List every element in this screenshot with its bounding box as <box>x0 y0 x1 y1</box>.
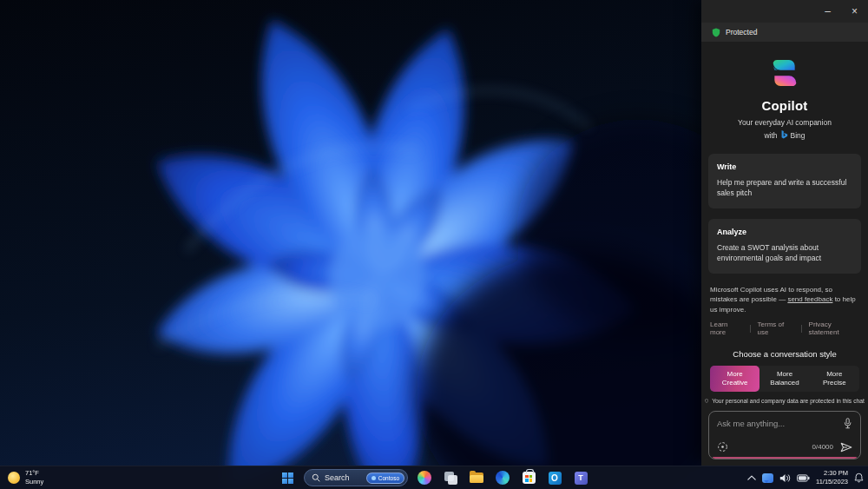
edge-icon <box>496 471 510 485</box>
system-tray: 2:30 PM 11/15/2023 <box>747 469 864 486</box>
search-icon <box>312 473 320 482</box>
taskbar: 71°F Sunny Search Contoso <box>0 466 868 489</box>
copilot-logo <box>767 56 802 90</box>
with-label: with <box>764 131 777 140</box>
taskbar-icon-teams[interactable]: T <box>571 468 590 487</box>
shield-icon <box>712 28 720 37</box>
privacy-statement-link[interactable]: Privacy statement <box>809 320 859 336</box>
with-bing-row: with Bing <box>701 130 868 140</box>
suggestion-cards: Write Help me prepare and write a succes… <box>701 154 868 274</box>
windows-logo-icon <box>282 472 293 484</box>
card-body: Help me prepare and write a successful s… <box>717 178 852 199</box>
taskbar-icon-store[interactable] <box>519 468 538 487</box>
conversation-style-heading: Choose a conversation style <box>701 349 868 359</box>
speaker-icon[interactable] <box>779 473 791 483</box>
weather-widget[interactable]: 71°F Sunny <box>8 469 43 486</box>
minimize-icon[interactable]: – <box>821 4 834 18</box>
clock[interactable]: 2:30 PM 11/15/2023 <box>816 469 848 486</box>
send-feedback-link[interactable]: send feedback <box>787 295 832 303</box>
taskbar-icon-copilot[interactable] <box>415 468 434 487</box>
ai-disclaimer: Microsoft Copilot uses AI to respond, so… <box>710 285 859 315</box>
sun-icon <box>8 472 20 484</box>
suggestion-card-write[interactable]: Write Help me prepare and write a succes… <box>708 154 861 208</box>
folder-icon <box>470 472 483 483</box>
terms-of-use-link[interactable]: Terms of use <box>758 320 794 336</box>
style-more-balanced[interactable]: More Balanced <box>760 366 809 392</box>
store-icon <box>523 472 536 484</box>
data-protection-notice: Your personal and company data are prote… <box>701 397 868 405</box>
chevron-up-icon[interactable] <box>747 475 756 480</box>
search-label: Search <box>325 473 362 482</box>
copilot-titlebar: – × <box>701 0 868 23</box>
copilot-title: Copilot <box>701 98 868 113</box>
visual-search-icon[interactable] <box>717 441 728 453</box>
taskbar-icon-file-explorer[interactable] <box>467 468 486 487</box>
protected-label: Protected <box>726 28 757 36</box>
chat-tray-icon[interactable] <box>762 473 773 483</box>
taskbar-center: Search Contoso <box>278 468 590 487</box>
bing-logo <box>780 130 788 140</box>
link-divider <box>801 325 802 333</box>
task-view-icon <box>444 472 457 485</box>
badge-label: Contoso <box>378 475 399 481</box>
search-box[interactable]: Search Contoso <box>304 469 408 486</box>
tray-date: 11/15/2023 <box>816 478 848 486</box>
bell-icon[interactable] <box>854 472 864 483</box>
teams-icon: T <box>575 472 588 485</box>
search-highlight-badge[interactable]: Contoso <box>366 472 404 484</box>
taskbar-icon-edge[interactable] <box>493 468 512 487</box>
privacy-shield-icon <box>705 397 708 405</box>
mic-icon[interactable] <box>843 418 852 429</box>
bing-label: Bing <box>791 131 806 140</box>
style-more-precise[interactable]: More Precise <box>810 366 859 392</box>
weather-condition: Sunny <box>25 478 43 486</box>
desktop: – × Protected <box>0 0 868 489</box>
copilot-panel: – × Protected <box>701 0 868 466</box>
start-button[interactable] <box>278 468 297 487</box>
legal-links: Learn more Terms of use Privacy statemen… <box>710 320 859 336</box>
learn-more-link[interactable]: Learn more <box>710 320 743 336</box>
card-body: Create a SWOT analysis about environment… <box>717 243 852 264</box>
copilot-subtitle: Your everyday AI companion <box>701 118 868 127</box>
card-title: Analyze <box>717 228 852 236</box>
protected-status: Protected <box>701 23 868 42</box>
close-icon[interactable]: × <box>848 4 861 18</box>
taskbar-icon-outlook[interactable]: O <box>545 468 564 487</box>
ask-input[interactable] <box>717 419 838 428</box>
send-icon[interactable] <box>840 442 852 453</box>
data-protection-text: Your personal and company data are prote… <box>712 398 865 404</box>
copilot-icon <box>418 471 431 485</box>
badge-logo-icon <box>372 476 376 480</box>
tray-time: 2:30 PM <box>816 469 848 478</box>
weather-temp: 71°F <box>25 469 43 478</box>
taskbar-icon-task-view[interactable] <box>441 468 460 487</box>
link-divider <box>750 325 751 333</box>
char-counter: 0/4000 <box>812 443 833 451</box>
conversation-style-toggle: More Creative More Balanced More Precise <box>710 366 859 392</box>
suggestion-card-analyze[interactable]: Analyze Create a SWOT analysis about env… <box>708 219 861 274</box>
battery-icon[interactable] <box>797 474 810 482</box>
style-more-creative[interactable]: More Creative <box>710 366 760 392</box>
card-title: Write <box>717 162 852 171</box>
chat-input-box: 0/4000 <box>708 411 861 459</box>
outlook-icon: O <box>549 472 562 485</box>
